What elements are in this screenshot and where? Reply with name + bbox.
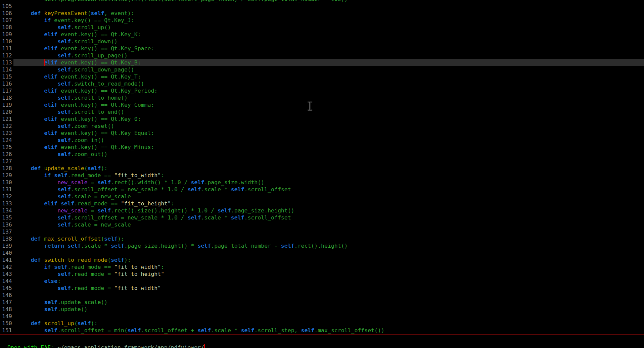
line-number: 132 xyxy=(0,193,13,200)
code-text: self.update() xyxy=(13,306,644,313)
code-line[interactable]: 118 self.scroll_to_home() xyxy=(0,94,644,101)
code-text: elif event.key() == Qt.Key_B: xyxy=(13,59,644,66)
code-line[interactable]: 109 elif event.key() == Qt.Key_K: xyxy=(0,31,644,38)
code-line[interactable]: 119 elif event.key() == Qt.Key_Comma: xyxy=(0,101,644,108)
line-number: 131 xyxy=(0,186,13,193)
code-line[interactable]: 124 self.zoom_in() xyxy=(0,137,644,144)
minibuffer-input[interactable]: ~/emacs-application-framework/app/pdfvie… xyxy=(57,344,204,348)
line-number: 107 xyxy=(0,17,13,24)
text-cursor xyxy=(44,59,45,66)
minibuffer-cursor xyxy=(204,344,205,348)
code-line[interactable]: 142 if self.read_mode == "fit_to_width": xyxy=(0,263,644,270)
code-line[interactable]: 115 elif event.key() == Qt.Key_T: xyxy=(0,73,644,80)
code-line[interactable]: 134 new_scale = self.rect().size().heigh… xyxy=(0,207,644,214)
code-text: if self.read_mode == "fit_to_width": xyxy=(13,172,644,179)
code-line[interactable]: 127 xyxy=(0,158,644,165)
line-number: 148 xyxy=(0,306,13,313)
line-number: 113 xyxy=(0,59,13,66)
code-line[interactable]: 111 elif event.key() == Qt.Key_Space: xyxy=(0,45,644,52)
code-line[interactable]: 126 self.zoom_out() xyxy=(0,151,644,158)
code-line[interactable]: 135 self.scroll_offset = new_scale * 1.0… xyxy=(0,214,644,221)
code-line[interactable]: 144 else: xyxy=(0,278,644,285)
code-text: def max_scroll_offset(self): xyxy=(13,235,644,242)
code-lines: 105106 def keyPressEvent(self, event):10… xyxy=(0,3,644,334)
code-text: self.scroll_up() xyxy=(13,24,644,31)
code-text xyxy=(13,158,644,165)
line-number: 146 xyxy=(0,292,13,299)
code-line[interactable]: 110 self.scroll_down() xyxy=(0,38,644,45)
code-text: self.scroll_down() xyxy=(13,38,644,45)
code-buffer[interactable]: self.progressbar.setValue(int(float(self… xyxy=(0,0,644,334)
code-line[interactable]: 125 elif event.key() == Qt.Key_Minus: xyxy=(0,144,644,151)
line-number: 114 xyxy=(0,66,13,73)
code-line[interactable]: 117 elif event.key() == Qt.Key_Period: xyxy=(0,87,644,94)
code-line[interactable]: 139 return self.scale * self.page_size.h… xyxy=(0,242,644,249)
line-number: 130 xyxy=(0,179,13,186)
code-line[interactable]: 133 elif self.read_mode == "fit_to_heigh… xyxy=(0,200,644,207)
line-number: 143 xyxy=(0,270,13,278)
code-text: elif event.key() == Qt.Key_0: xyxy=(13,115,644,122)
code-text: self.scroll_offset = new_scale * 1.0 / s… xyxy=(13,186,644,193)
code-text: self.switch_to_read_mode() xyxy=(13,80,644,87)
line-number: 127 xyxy=(0,158,13,165)
code-text: self.scale = new_scale xyxy=(13,221,644,228)
code-line[interactable]: 140 xyxy=(0,249,644,256)
code-line[interactable]: 130 new_scale = self.rect().width() * 1.… xyxy=(0,179,644,186)
code-line[interactable]: 122 self.zoom_reset() xyxy=(0,122,644,130)
code-text xyxy=(13,249,644,256)
line-number: 140 xyxy=(0,249,13,256)
code-text: self.scroll_to_end() xyxy=(13,108,644,115)
line-number: 115 xyxy=(0,73,13,80)
code-text: self.zoom_reset() xyxy=(13,122,644,130)
code-line[interactable]: 147 self.update_scale() xyxy=(0,299,644,306)
line-number: 138 xyxy=(0,235,13,242)
line-number: 137 xyxy=(0,228,13,235)
code-line[interactable]: 112 self.scroll_up_page() xyxy=(0,52,644,59)
code-line[interactable]: 149 xyxy=(0,313,644,320)
mouse-cursor-ibeam xyxy=(307,101,313,111)
code-line[interactable]: 136 self.scale = new_scale xyxy=(0,221,644,228)
code-text: def keyPressEvent(self, event): xyxy=(13,10,644,17)
line-number: 106 xyxy=(0,10,13,17)
code-line[interactable]: 114 self.scroll_down_page() xyxy=(0,66,644,73)
code-line[interactable]: 145 self.read_mode = "fit_to_width" xyxy=(0,285,644,292)
line-number: 136 xyxy=(0,221,13,228)
code-line[interactable]: 143 self.read_mode = "fit_to_height" xyxy=(0,270,644,278)
code-text: elif event.key() == Qt.Key_T: xyxy=(13,73,644,80)
code-text: self.update_scale() xyxy=(13,299,644,306)
code-line[interactable]: 129 if self.read_mode == "fit_to_width": xyxy=(0,172,644,179)
code-line[interactable]: 123 elif event.key() == Qt.Key_Equal: xyxy=(0,130,644,137)
code-line[interactable]: 108 self.scroll_up() xyxy=(0,24,644,31)
code-line[interactable]: 146 xyxy=(0,292,644,299)
line-number: 128 xyxy=(0,165,13,172)
code-text: elif event.key() == Qt.Key_Equal: xyxy=(13,130,644,137)
minibuffer[interactable]: Open with EAF: ~/emacs-application-frame… xyxy=(0,335,644,343)
code-line[interactable]: 121 elif event.key() == Qt.Key_0: xyxy=(0,115,644,122)
line-number: 151 xyxy=(0,327,13,334)
code-line[interactable]: 150 def scroll_up(self): xyxy=(0,320,644,327)
code-line[interactable]: 107 if event.key() == Qt.Key_J: xyxy=(0,17,644,24)
code-line[interactable]: 116 self.switch_to_read_mode() xyxy=(0,80,644,87)
code-line[interactable]: 131 self.scroll_offset = new_scale * 1.0… xyxy=(0,186,644,193)
code-line[interactable]: 141 def switch_to_read_mode(self): xyxy=(0,256,644,263)
code-line[interactable]: 132 self.scale = new_scale xyxy=(0,193,644,200)
code-text: elif self.read_mode == "fit_to_height": xyxy=(13,200,644,207)
line-number: 141 xyxy=(0,256,13,263)
line-number: 126 xyxy=(0,151,13,158)
code-text: self.read_mode = "fit_to_height" xyxy=(13,270,644,278)
line-number: 129 xyxy=(0,172,13,179)
code-line[interactable]: 106 def keyPressEvent(self, event): xyxy=(0,10,644,17)
code-text: self.scroll_down_page() xyxy=(13,66,644,73)
code-line[interactable]: 137 xyxy=(0,228,644,235)
code-line[interactable]: 105 xyxy=(0,3,644,10)
code-line[interactable]: 138 def max_scroll_offset(self): xyxy=(0,235,644,242)
line-number: 110 xyxy=(0,38,13,45)
code-text: elif event.key() == Qt.Key_Minus: xyxy=(13,144,644,151)
code-line[interactable]: 151 self.scroll_offset = min(self.scroll… xyxy=(0,327,644,334)
code-line[interactable]: 148 self.update() xyxy=(0,306,644,313)
code-line[interactable]: 128 def update_scale(self): xyxy=(0,165,644,172)
line-number: 125 xyxy=(0,144,13,151)
code-text xyxy=(13,3,644,10)
code-line[interactable]: 120 self.scroll_to_end() xyxy=(0,108,644,115)
code-line[interactable]: 113 elif event.key() == Qt.Key_B: xyxy=(0,59,644,66)
